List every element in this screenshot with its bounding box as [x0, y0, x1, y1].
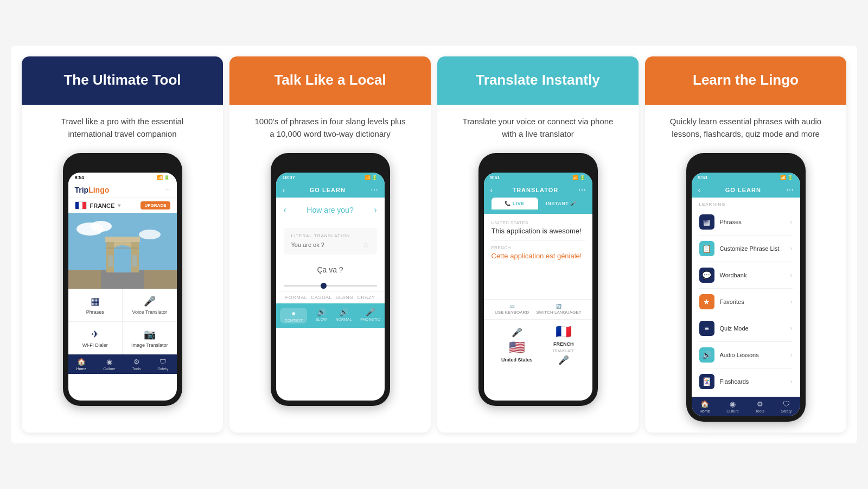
nav-culture[interactable]: ◉ Culture: [103, 358, 116, 371]
list-item-favorites[interactable]: ★ Favorites ›: [699, 289, 793, 315]
tab-casual[interactable]: CASUAL: [311, 295, 332, 300]
country-selector[interactable]: FRANCE ▾ UPGRADE: [68, 198, 177, 213]
phone1-bottom-nav: 🏠 Home ◉ Culture ⚙ Tools 🛡: [68, 354, 177, 374]
card-desc-learn-lingo: Quickly learn essential phrases with aud…: [670, 116, 822, 140]
wordbank-list-icon: 💬: [699, 268, 714, 283]
nav-normal[interactable]: 🔊 NORMAL: [335, 308, 352, 323]
list-item-wordbank[interactable]: 💬 Wordbank ›: [699, 262, 793, 289]
menu-icon-3[interactable]: ⋯: [578, 186, 586, 194]
flag-us[interactable]: 🎤 🇺🇸 United States: [501, 327, 533, 363]
phone3-title: TRANSLATOR: [493, 187, 578, 193]
card-desc-talk-local: 1000's of phrases in four slang levels p…: [254, 116, 406, 140]
list-item-audio[interactable]: 🔊 Audio Lessons ›: [699, 342, 793, 369]
nav-home[interactable]: 🏠 Home: [76, 358, 87, 371]
phonetic-icon: 🎤: [366, 308, 375, 316]
nav4-culture[interactable]: ◉ Culture: [726, 400, 739, 413]
voice-icon: 🎤: [144, 295, 156, 307]
card-title-ultimate-tool: The Ultimate Tool: [33, 72, 212, 88]
audio-list-label: Audio Lessons: [720, 352, 785, 358]
image-label: Image Translator: [131, 342, 168, 348]
grid-item-wifi[interactable]: ✈ Wi-Fi Dialer: [68, 322, 123, 354]
nav-tools[interactable]: ⚙ Tools: [132, 358, 141, 371]
tab-crazy[interactable]: CRAZY: [357, 295, 375, 300]
level-tabs: FORMAL CASUAL SLANG CRAZY: [276, 291, 385, 303]
list-item-quiz[interactable]: ≡ Quiz Mode ›: [699, 315, 793, 342]
triplingo-logo: TripLingo: [75, 186, 110, 194]
learning-section: LEARNING ▦ Phrases › 📋 Customize Phrase …: [692, 198, 800, 397]
grid-item-phrases[interactable]: ▦ Phrases: [68, 289, 123, 321]
quiz-chevron: ›: [790, 325, 793, 332]
favorites-list-label: Favorites: [720, 299, 785, 305]
prev-phrase-button[interactable]: ‹: [284, 205, 286, 215]
source-text: This application is awesome!: [492, 227, 585, 235]
wifi-label: Wi-Fi Dialer: [82, 342, 108, 348]
status-bar-4: 9:51 📶 🔋: [692, 173, 800, 182]
status-time-1: 9:51: [75, 175, 85, 180]
voice-label: Voice Translator: [132, 309, 167, 315]
phone-screen-2: 10:07 📶 🔋 ‹ GO LEARN ⋯ ‹ How are you? ›: [276, 173, 385, 401]
home4-icon: 🏠: [700, 400, 709, 408]
flag-fr[interactable]: 🇫🇷 FRENCH TRANSLATE 🎤: [552, 324, 575, 365]
next-phrase-button[interactable]: ›: [374, 205, 376, 215]
card-translate: Translate Instantly Translate your voice…: [437, 56, 639, 433]
tools4-icon: ⚙: [757, 400, 763, 408]
phrase-slider[interactable]: [276, 285, 385, 287]
card-title-talk-local: Talk Like a Local: [240, 72, 420, 88]
tab-live[interactable]: 📞 LIVE: [492, 198, 538, 209]
phone-mockup-4: 9:51 📶 🔋 ‹ GO LEARN ⋯ LEARNING ▦ Phrases: [686, 153, 806, 422]
svg-rect-14: [132, 255, 137, 267]
phone1-feature-grid: ▦ Phrases 🎤 Voice Translator ✈ Wi-Fi Dia…: [68, 289, 177, 354]
tab-slang[interactable]: SLANG: [336, 295, 354, 300]
literal-label: LITERAL TRANSLATION: [291, 233, 369, 238]
literal-text: You are ok ?: [291, 242, 324, 248]
list-item-flashcards[interactable]: 🃏 Flashcards ›: [699, 369, 793, 395]
phone2-title: GO LEARN: [285, 187, 370, 193]
phrases-chevron: ›: [790, 218, 793, 226]
tab-instant[interactable]: INSTANT 🎤: [538, 198, 585, 209]
nav4-tools[interactable]: ⚙ Tools: [755, 400, 764, 413]
phrases-list-label: Phrases: [720, 219, 785, 225]
phrases-label: Phrases: [86, 309, 104, 315]
us-flag-emoji: 🇺🇸: [509, 340, 525, 355]
upgrade-button[interactable]: UPGRADE: [141, 201, 170, 209]
status-icons-4: 📶 🔋: [780, 175, 794, 180]
customize-chevron: ›: [790, 245, 793, 252]
tab-formal[interactable]: FORMAL: [285, 295, 308, 300]
favorites-list-icon: ★: [699, 294, 714, 309]
phone4-app-header: ‹ GO LEARN ⋯: [692, 182, 800, 198]
mic-icon: 🎤: [570, 201, 577, 206]
phone-notch-3: [516, 158, 560, 170]
source-label: UNITED STATES: [492, 220, 585, 225]
menu-icon-4[interactable]: ⋯: [786, 186, 794, 194]
country-name: FRANCE: [90, 202, 115, 209]
flashcards-list-icon: 🃏: [699, 374, 714, 389]
nav-phonetic[interactable]: 🎤 PHONETIC: [360, 308, 380, 323]
mic-us-icon: 🎤: [512, 327, 522, 338]
nav-context[interactable]: ● CONTEXT: [280, 308, 307, 323]
quiz-list-label: Quiz Mode: [720, 325, 785, 332]
quiz-list-icon: ≡: [699, 321, 714, 336]
card-desc-translate: Translate your voice or connect via phon…: [462, 116, 614, 140]
status-icons-1: 📶 🔋: [157, 175, 170, 180]
switch-language-button[interactable]: 🔄 SWITCH LANGUAGE?: [536, 304, 581, 315]
grid-item-image[interactable]: 📷 Image Translator: [123, 322, 177, 354]
nav-slow[interactable]: 🔊 SLOW: [316, 308, 327, 323]
menu-icon-1[interactable]: ⋯: [164, 187, 170, 194]
status-bar-3: 9:51 📶 🔋: [484, 173, 592, 182]
svg-rect-13: [108, 255, 113, 267]
star-icon[interactable]: ☆: [362, 240, 369, 249]
learning-label: LEARNING: [699, 202, 793, 207]
phrases-list-icon: ▦: [699, 214, 714, 230]
card-desc-ultimate-tool: Travel like a pro with the essential int…: [47, 116, 199, 140]
grid-item-voice[interactable]: 🎤 Voice Translator: [123, 289, 177, 321]
nav4-home[interactable]: 🏠 Home: [700, 400, 710, 413]
list-item-phrases[interactable]: ▦ Phrases ›: [699, 209, 793, 236]
translation-result: FRENCH Cette application est géniale!: [492, 245, 585, 260]
context-icon: ●: [291, 309, 296, 317]
phrases-icon: ▦: [91, 295, 100, 307]
list-item-customize[interactable]: 📋 Customize Phrase List ›: [699, 236, 793, 262]
nav-safety[interactable]: 🛡 Safety: [157, 358, 168, 371]
nav4-safety[interactable]: 🛡 Safety: [781, 400, 792, 413]
menu-icon-2[interactable]: ⋯: [371, 186, 378, 194]
keyboard-button[interactable]: ⌨️ USE KEYBOARD: [495, 304, 529, 315]
